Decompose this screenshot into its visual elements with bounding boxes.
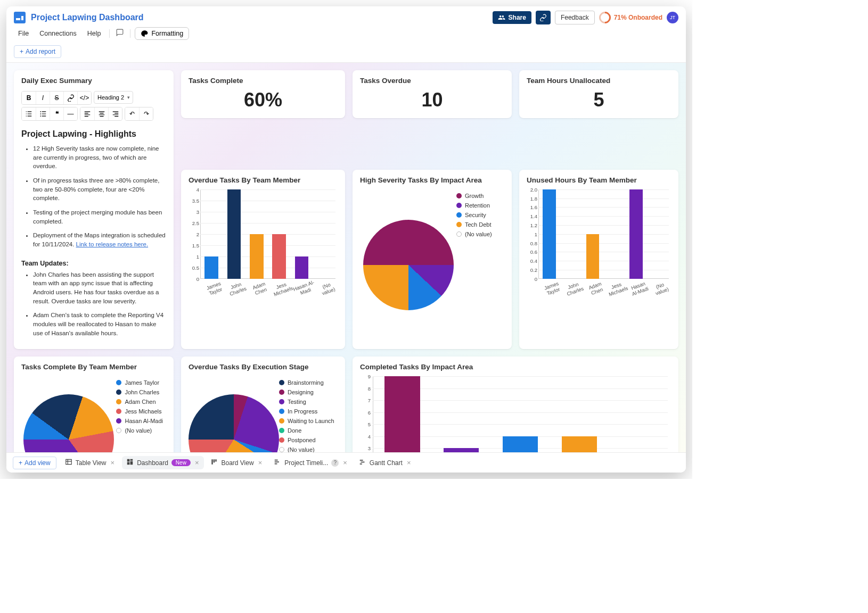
quote-button[interactable]: ❝ [50, 107, 63, 120]
legend-item: Postponed [279, 437, 334, 443]
dashboard-icon [126, 458, 134, 467]
list-item: Of in progress tasks three are >80% comp… [33, 176, 166, 203]
onboarding-label: 71% Onboarded [614, 14, 662, 21]
legend-swatch-icon [279, 428, 284, 433]
card-title: Overdue Tasks By Team Member [189, 176, 338, 184]
close-icon[interactable]: × [110, 459, 116, 467]
card-title: Tasks Complete By Team Member [21, 363, 166, 371]
italic-button[interactable]: I [36, 92, 50, 104]
link-icon [539, 14, 547, 21]
close-icon[interactable]: × [257, 459, 264, 467]
code-button[interactable]: </> [77, 92, 91, 104]
share-button[interactable]: Share [493, 11, 531, 24]
ordered-list-button[interactable] [22, 107, 36, 120]
unordered-list-icon [39, 110, 47, 118]
avatar-initials: JT [670, 15, 675, 20]
ordered-list-icon [25, 110, 32, 118]
legend-swatch-icon [116, 409, 121, 414]
legend-item: In Progress [279, 408, 334, 415]
close-icon[interactable]: × [406, 459, 412, 467]
card-overdue-by-stage: Overdue Tasks By Execution Stage Brainst… [181, 357, 345, 452]
unordered-list-button[interactable] [36, 107, 50, 120]
align-right-button[interactable] [108, 107, 122, 120]
legend-swatch-icon [279, 418, 284, 424]
add-view-label: Add view [24, 459, 51, 467]
add-view-button[interactable]: + Add view [13, 457, 56, 469]
legend-item: (No value) [116, 427, 163, 434]
add-report-button[interactable]: + Add report [14, 45, 61, 58]
pie-chart [23, 394, 114, 452]
stat-value: 60% [189, 88, 338, 112]
view-tab-label: Board View [221, 459, 253, 467]
legend-item: Retention [456, 202, 501, 209]
legend-swatch-icon [456, 212, 462, 218]
bar-chart: 0123456789GrowthRetentionSecurityTech De… [360, 374, 671, 452]
link-icon [67, 94, 75, 102]
card-title: Completed Tasks By Impact Area [360, 363, 671, 371]
view-tab-table[interactable]: Table View× [61, 456, 120, 469]
dashboard-canvas[interactable]: Daily Exec Summary B I S </> Heading 2 ❝ [6, 63, 686, 452]
legend-swatch-icon [116, 390, 121, 395]
view-tab-label: Project Timeli... [284, 459, 328, 467]
align-center-button[interactable] [94, 107, 108, 120]
board-icon [210, 458, 218, 467]
card-hours-unallocated: Team Hours Unallocated 5 [519, 70, 678, 118]
close-icon[interactable]: × [194, 459, 200, 467]
list-item: John Charles has been assisting the supp… [33, 270, 166, 306]
plus-icon: + [19, 459, 22, 467]
summary-heading: Project Lapwing - Highlights [21, 129, 166, 139]
topbar: Project Lapwing Dashboard Share Feedback… [6, 6, 686, 27]
menu-file[interactable]: File [14, 28, 33, 39]
legend-swatch-icon [279, 437, 284, 443]
legend-swatch-icon [456, 231, 462, 237]
release-notes-link[interactable]: Link to release notes here. [76, 241, 149, 247]
legend-item: Tech Debt [456, 221, 501, 228]
menu-help[interactable]: Help [83, 28, 105, 39]
stat-value: 5 [527, 88, 671, 112]
view-tab-gantt[interactable]: Gantt Chart× [355, 456, 416, 469]
strike-button[interactable]: S [50, 92, 63, 104]
hr-button[interactable]: — [63, 107, 77, 120]
list-item: Adam Chen's task to complete the Reporti… [33, 311, 166, 337]
help-icon[interactable]: ? [331, 459, 339, 467]
feedback-label: Feedback [561, 14, 589, 21]
card-tasks-overdue: Tasks Overdue 10 [353, 70, 512, 118]
card-complete-by-member: Tasks Complete By Team Member James Tayl… [14, 357, 174, 452]
close-icon[interactable]: × [342, 459, 348, 467]
stat-value: 10 [360, 88, 504, 112]
card-unused-by-member: Unused Hours By Team Member 00.20.40.60.… [519, 170, 678, 350]
card-title: Team Hours Unallocated [527, 77, 671, 85]
app-logo-icon [14, 12, 26, 23]
gantt-icon [359, 458, 366, 467]
pie-chart [189, 394, 279, 452]
add-report-bar: + Add report [6, 43, 686, 63]
card-severity-by-area: High Severity Tasks By Impact Area Growt… [353, 170, 512, 350]
svg-point-2 [40, 115, 41, 117]
comment-icon[interactable] [114, 27, 126, 40]
heading-select[interactable]: Heading 2 [94, 91, 133, 104]
view-tab-timeline[interactable]: Project Timeli...?× [269, 456, 353, 469]
bold-button[interactable]: B [22, 92, 36, 104]
link-button[interactable] [63, 92, 77, 104]
chart-legend: James TaylorJohn CharlesAdam ChenJess Mi… [116, 374, 166, 452]
menu-connections[interactable]: Connections [35, 28, 81, 39]
card-title: Overdue Tasks By Execution Stage [189, 363, 338, 371]
copy-link-button[interactable] [536, 11, 551, 24]
view-tab-board[interactable]: Board View× [206, 456, 267, 469]
view-tab-label: Gantt Chart [370, 459, 403, 467]
onboarding-progress[interactable]: 71% Onboarded [599, 12, 662, 23]
legend-item: Jess Michaels [116, 408, 163, 415]
view-tab-label: Table View [76, 459, 107, 467]
view-tab-dashboard[interactable]: DashboardNew× [122, 456, 204, 469]
undo-button[interactable]: ↶ [125, 107, 139, 120]
user-avatar[interactable]: JT [667, 12, 678, 23]
feedback-button[interactable]: Feedback [555, 11, 595, 24]
rich-text-toolbar: B I S </> Heading 2 ❝ — [21, 91, 166, 121]
legend-item: John Charles [116, 389, 163, 395]
card-overdue-by-member: Overdue Tasks By Team Member 00.511.522.… [181, 170, 345, 350]
align-left-button[interactable] [80, 107, 94, 120]
card-title: Tasks Overdue [360, 77, 504, 85]
redo-button[interactable]: ↷ [139, 107, 153, 120]
legend-item: Growth [456, 193, 501, 199]
formatting-button[interactable]: Formatting [135, 27, 189, 40]
